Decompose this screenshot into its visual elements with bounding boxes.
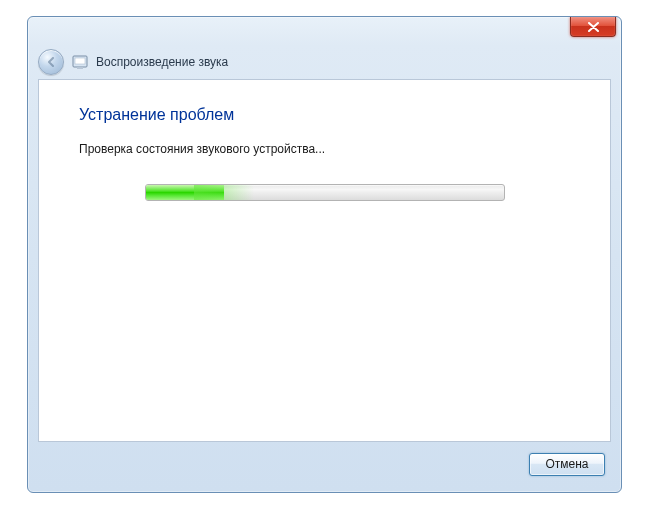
close-icon (588, 22, 599, 32)
page-heading: Устранение проблем (79, 106, 570, 124)
close-button[interactable] (570, 17, 616, 37)
troubleshooter-icon (72, 54, 88, 70)
desktop-capture: Воспроизведение звука Устранение проблем… (0, 0, 649, 510)
window-title: Воспроизведение звука (96, 55, 228, 69)
cancel-button[interactable]: Отмена (529, 453, 605, 476)
progress-bar-fill (146, 185, 225, 200)
svg-rect-2 (77, 67, 83, 69)
status-text: Проверка состояния звукового устройства.… (79, 142, 570, 156)
back-button[interactable] (38, 49, 64, 75)
progress-bar (145, 184, 505, 201)
content-panel: Устранение проблем Проверка состояния зв… (38, 79, 611, 442)
footer: Отмена (38, 446, 611, 482)
svg-rect-1 (75, 58, 85, 64)
arrow-left-icon (44, 55, 58, 69)
header-row: Воспроизведение звука (28, 45, 621, 79)
titlebar (28, 17, 621, 45)
troubleshooter-window: Воспроизведение звука Устранение проблем… (27, 16, 622, 493)
